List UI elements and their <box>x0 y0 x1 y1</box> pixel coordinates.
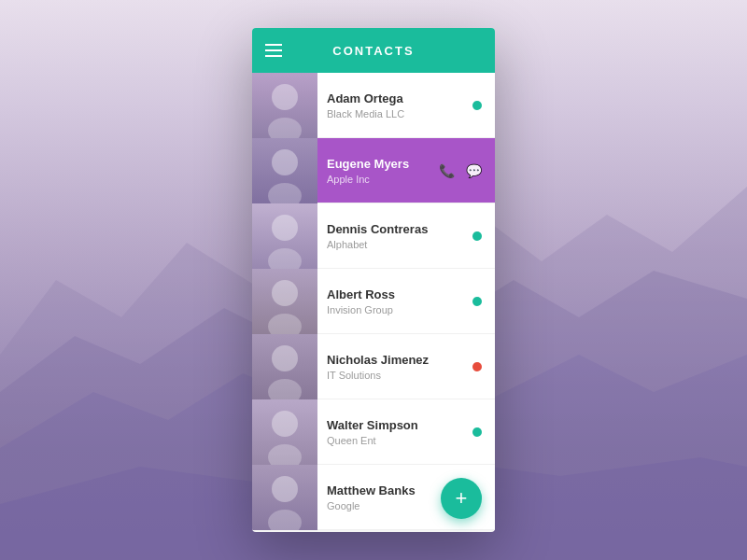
contact-avatar <box>252 138 317 203</box>
status-indicator <box>472 101 482 110</box>
header-title: CONTACTS <box>332 44 414 58</box>
contact-company: Invision Group <box>327 304 463 315</box>
contact-item[interactable]: Eugene MyersApple Inc📞💬 <box>252 138 495 203</box>
contact-avatar <box>252 203 317 269</box>
contact-info: Walter SimpsonQueen Ent <box>317 418 472 446</box>
contact-name: Eugene Myers <box>327 157 430 171</box>
contact-name: Adam Ortega <box>327 91 463 105</box>
contact-item[interactable]: Dennis ContrerasAlphabet <box>252 203 495 269</box>
contact-avatar <box>252 73 317 138</box>
svg-point-17 <box>272 411 298 437</box>
contact-company: Alphabet <box>327 239 463 250</box>
add-icon: + <box>456 488 468 509</box>
add-contact-fab[interactable]: + <box>441 478 482 519</box>
contact-item[interactable]: Adam OrtegaBlack Media LLC <box>252 73 495 138</box>
status-indicator <box>472 427 482 437</box>
contact-info: Nicholas JimenezIT Solutions <box>317 353 472 381</box>
contact-avatar <box>252 269 317 334</box>
contact-company: Apple Inc <box>327 174 430 185</box>
phone-card: CONTACTS Adam OrtegaBlack Media LLCEugen… <box>252 28 495 532</box>
svg-point-8 <box>272 215 298 241</box>
status-indicator <box>472 231 482 241</box>
contact-name: Nicholas Jimenez <box>327 353 463 367</box>
contact-company: IT Solutions <box>327 370 463 381</box>
contact-avatar <box>252 465 317 530</box>
contact-info: Adam OrtegaBlack Media LLC <box>317 91 472 119</box>
svg-point-14 <box>272 345 298 371</box>
svg-point-11 <box>272 280 298 306</box>
svg-point-20 <box>272 476 298 502</box>
contact-item[interactable]: Nicholas JimenezIT Solutions <box>252 334 495 399</box>
contact-list: Adam OrtegaBlack Media LLCEugene MyersAp… <box>252 73 495 532</box>
svg-point-5 <box>272 149 298 175</box>
call-icon[interactable]: 📞 <box>439 163 455 178</box>
contact-item[interactable]: Albert RossInvision Group <box>252 269 495 334</box>
contact-name: Walter Simpson <box>327 418 463 432</box>
contact-avatar <box>252 334 317 399</box>
app-header: CONTACTS <box>252 28 495 73</box>
contact-name: Dennis Contreras <box>327 222 463 236</box>
contact-info: Eugene MyersApple Inc <box>317 157 439 185</box>
menu-button[interactable] <box>265 44 282 57</box>
contact-info: Dennis ContrerasAlphabet <box>317 222 472 250</box>
status-indicator <box>472 297 482 306</box>
contact-actions: 📞💬 <box>439 163 482 178</box>
status-indicator <box>472 362 482 371</box>
message-icon[interactable]: 💬 <box>466 163 482 178</box>
contact-avatar <box>252 399 317 465</box>
contact-item[interactable]: Walter SimpsonQueen Ent <box>252 399 495 465</box>
svg-point-2 <box>272 84 298 110</box>
contact-name: Albert Ross <box>327 287 463 301</box>
contact-company: Queen Ent <box>327 435 463 446</box>
contact-company: Black Media LLC <box>327 108 463 119</box>
contact-info: Albert RossInvision Group <box>317 287 472 315</box>
